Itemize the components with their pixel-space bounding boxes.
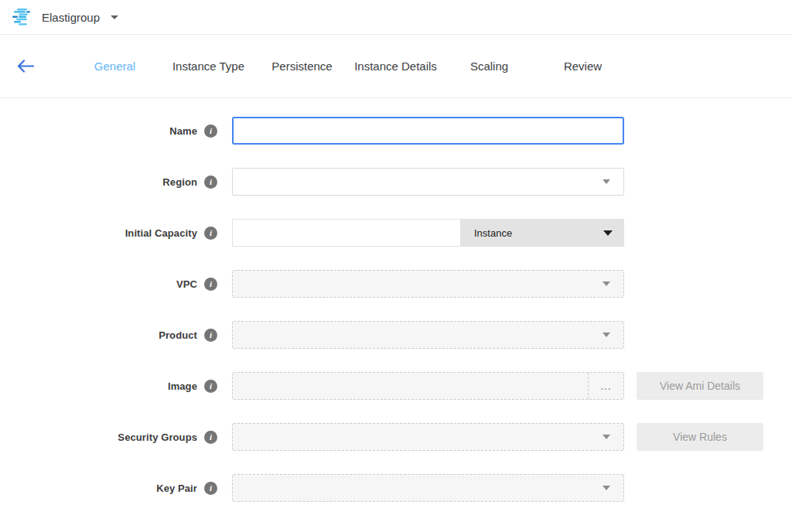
back-arrow-icon bbox=[17, 60, 34, 73]
info-icon[interactable]: i bbox=[204, 482, 217, 495]
info-icon[interactable]: i bbox=[204, 124, 217, 138]
label-group: VPC i bbox=[0, 278, 217, 291]
app-title[interactable]: Elastigroup bbox=[42, 11, 100, 24]
info-icon[interactable]: i bbox=[204, 278, 217, 291]
key-pair-control bbox=[232, 474, 624, 502]
label-group: Product i bbox=[0, 329, 217, 342]
view-rules-button[interactable]: View Rules bbox=[637, 423, 763, 451]
tab-general[interactable]: General bbox=[68, 60, 162, 73]
info-icon[interactable]: i bbox=[204, 380, 217, 393]
tab-instance-type[interactable]: Instance Type bbox=[162, 60, 255, 73]
field-label: Key Pair bbox=[156, 483, 197, 494]
key-pair-select[interactable] bbox=[232, 474, 624, 502]
form-row-image: Image i ... View Ami Details bbox=[0, 372, 792, 400]
vpc-select[interactable] bbox=[232, 270, 624, 298]
security-groups-control bbox=[232, 423, 624, 451]
product-select[interactable] bbox=[232, 321, 624, 349]
product-control bbox=[232, 321, 624, 349]
field-label: Initial Capacity bbox=[125, 227, 197, 239]
tabs: General Instance Type Persistence Instan… bbox=[68, 60, 630, 73]
name-input[interactable] bbox=[232, 117, 624, 145]
form-row-product: Product i bbox=[0, 321, 792, 349]
view-ami-details-button[interactable]: View Ami Details bbox=[637, 372, 763, 400]
field-label: Product bbox=[159, 329, 197, 341]
label-group: Region i bbox=[0, 176, 217, 189]
label-group: Image i bbox=[0, 380, 217, 393]
vpc-control bbox=[232, 270, 624, 298]
top-bar: Elastigroup bbox=[0, 0, 792, 35]
back-button[interactable] bbox=[14, 55, 37, 78]
chevron-down-icon bbox=[603, 486, 610, 490]
product-switcher[interactable]: Elastigroup bbox=[12, 9, 118, 26]
info-icon[interactable]: i bbox=[204, 176, 217, 189]
tab-scaling[interactable]: Scaling bbox=[442, 60, 536, 73]
label-group: Initial Capacity i bbox=[0, 227, 217, 240]
chevron-down-icon bbox=[603, 179, 610, 184]
security-groups-select[interactable] bbox=[232, 423, 624, 451]
info-icon[interactable]: i bbox=[204, 431, 217, 444]
field-label: Region bbox=[162, 176, 197, 188]
tab-persistence[interactable]: Persistence bbox=[255, 60, 349, 73]
form-row-name: Name i bbox=[0, 117, 792, 145]
general-form: Name i Region i Initial Capacity i Insta… bbox=[0, 98, 792, 502]
chevron-down-icon[interactable] bbox=[111, 15, 118, 19]
tab-instance-details[interactable]: Instance Details bbox=[349, 60, 442, 73]
chevron-down-icon bbox=[603, 281, 610, 286]
wizard-tab-bar: General Instance Type Persistence Instan… bbox=[0, 35, 792, 98]
field-label: Name bbox=[169, 125, 197, 137]
tab-review[interactable]: Review bbox=[536, 60, 630, 73]
name-control bbox=[232, 117, 624, 145]
form-row-initial-capacity: Initial Capacity i Instance bbox=[0, 219, 792, 247]
info-icon[interactable]: i bbox=[204, 227, 217, 240]
field-label: Security Groups bbox=[118, 431, 197, 443]
elastigroup-logo-icon bbox=[12, 9, 32, 26]
capacity-unit-select[interactable]: Instance bbox=[461, 219, 624, 247]
field-label: Image bbox=[168, 380, 197, 392]
label-group: Name i bbox=[0, 124, 217, 138]
chevron-down-icon bbox=[603, 332, 610, 337]
form-row-key-pair: Key Pair i bbox=[0, 474, 792, 502]
image-input[interactable] bbox=[233, 373, 588, 399]
capacity-unit-value: Instance bbox=[474, 227, 512, 239]
initial-capacity-control: Instance bbox=[232, 219, 624, 247]
info-icon[interactable]: i bbox=[204, 329, 217, 342]
chevron-down-icon bbox=[603, 230, 613, 236]
region-control bbox=[232, 168, 624, 196]
field-label: VPC bbox=[176, 278, 197, 290]
form-row-region: Region i bbox=[0, 168, 792, 196]
label-group: Key Pair i bbox=[0, 482, 217, 495]
image-control: ... bbox=[232, 372, 624, 400]
chevron-down-icon bbox=[603, 435, 610, 439]
form-row-security-groups: Security Groups i View Rules bbox=[0, 423, 792, 451]
label-group: Security Groups i bbox=[0, 431, 217, 444]
image-browse-button[interactable]: ... bbox=[588, 373, 623, 399]
initial-capacity-input[interactable] bbox=[232, 219, 461, 247]
form-row-vpc: VPC i bbox=[0, 270, 792, 298]
region-select[interactable] bbox=[232, 168, 624, 196]
